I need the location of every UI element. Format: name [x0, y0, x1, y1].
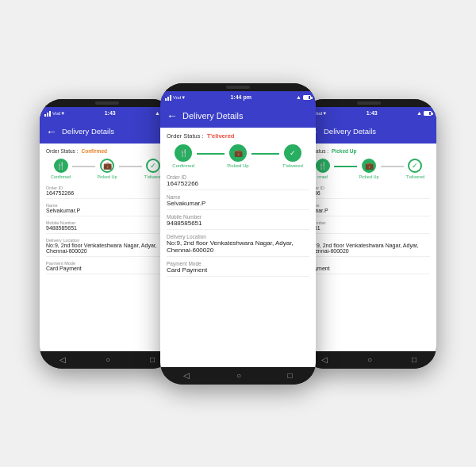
app-title-center: Delivery Details	[182, 111, 243, 121]
value-orderid-center: 164752266	[167, 180, 309, 187]
order-status-row-right: r Status : Picked Up	[308, 148, 430, 154]
scene: Vod▼ 1:43 ▲ ← Delivery Details Order Sta…	[0, 0, 476, 467]
nav-home-left[interactable]: ○	[106, 355, 110, 364]
nav-back-left[interactable]: ◁	[60, 355, 66, 364]
status-bar-right: Vod▼ 1:43 ▲	[301, 107, 436, 120]
fork-icon-right: 🍴	[318, 162, 327, 170]
network-left: Vod▼	[52, 111, 65, 116]
value-mobile-right: 5651	[308, 225, 430, 231]
app-header-right: ← Delivery Details	[301, 120, 436, 144]
speaker-left	[95, 101, 119, 105]
nav-recent-right[interactable]: □	[412, 355, 416, 364]
connector2-left	[119, 166, 142, 167]
label-orderid-center: Order ID	[167, 174, 309, 180]
app-title-right: Delivery Details	[324, 127, 376, 136]
wifi-icon-center: ▲	[296, 94, 301, 100]
check-icon-left: ✓	[150, 162, 156, 170]
field-mobile-center: Mobile Number 9488585651	[167, 214, 309, 230]
battery-fill-right	[424, 112, 429, 115]
step-icon-pickedup-center: 💼	[229, 144, 247, 162]
speaker-center	[226, 86, 250, 89]
field-payment-center: Payment Mode Card Payment	[167, 261, 309, 277]
field-payment-right: t Payment	[308, 261, 430, 274]
value-location-left: No:9, 2nd floor Venkateshwara Nagar, Ady…	[46, 243, 168, 254]
field-name-right: Name kumar.P	[308, 203, 430, 216]
status-left-icons-center: Vod▼	[165, 94, 186, 101]
value-orderid-left: 164752266	[46, 190, 168, 196]
step-label-confirmed-right: rmed	[317, 174, 328, 179]
wifi-icon-left: ▲	[155, 110, 160, 116]
label-payment-center: Payment Mode	[167, 261, 309, 266]
phone-inner-right: ← Delivery Details r Status : Picked Up …	[301, 120, 436, 351]
time-left: 1:43	[105, 110, 116, 116]
step-icon-delivered-left: ✓	[146, 159, 160, 173]
field-orderid-right: Order ID 2266	[308, 186, 430, 199]
nav-recent-left[interactable]: □	[150, 355, 155, 364]
check-icon-center: ✓	[290, 149, 296, 157]
step-icon-confirmed-left: 🍴	[54, 159, 68, 173]
field-location-center: Delivery Location No:9, 2nd floor Venkat…	[167, 234, 309, 257]
value-payment-center: Card Payment	[167, 266, 309, 274]
bag-icon-center: 💼	[234, 149, 243, 157]
step-delivered-right: ✓ T'elivered	[404, 159, 427, 179]
battery-fill-center	[304, 96, 309, 99]
bag-icon-left: 💼	[103, 162, 112, 170]
nav-recent-center[interactable]: □	[288, 371, 293, 380]
back-arrow-left[interactable]: ←	[46, 125, 57, 138]
value-name-left: Selvakumar.P	[46, 208, 168, 213]
step-pickedup-right: 💼 Picked Up	[357, 159, 380, 179]
connector1-center	[197, 153, 224, 155]
nav-back-center[interactable]: ◁	[183, 371, 190, 380]
speaker-right	[357, 101, 381, 105]
step-label-confirmed-center: Confirmed	[172, 163, 194, 168]
connector2-right	[381, 166, 404, 167]
value-payment-left: Card Payment	[46, 266, 168, 271]
status-left-icons: Vod▼	[44, 110, 65, 117]
wifi-icon-right: ▲	[416, 110, 422, 116]
back-arrow-center[interactable]: ←	[167, 109, 178, 122]
step-pickedup-left: 💼 Picked Up	[95, 159, 118, 179]
field-name-left: Name Selvakumar.P	[46, 203, 168, 216]
notch-left	[40, 99, 175, 107]
phone-right: Vod▼ 1:43 ▲ ← Delivery Details r Status …	[301, 99, 436, 369]
step-label-confirmed-left: Confirmed	[51, 174, 71, 179]
nav-home-center[interactable]: ○	[236, 371, 241, 380]
phone-inner-center: ← Delivery Details Order Status : T'eliv…	[160, 104, 316, 367]
step-pickedup-center: 💼 Picked Up	[225, 144, 251, 168]
order-status-label-center: Order Status :	[167, 132, 204, 140]
step-label-pickedup-center: Picked Up	[227, 163, 248, 168]
field-orderid-center: Order ID 164752266	[167, 174, 309, 190]
fork-icon-left: 🍴	[56, 162, 65, 170]
label-name-center: Name	[167, 194, 309, 200]
step-icon-delivered-right: ✓	[408, 159, 422, 173]
phone-nav-center: ◁ ○ □	[160, 367, 316, 385]
connector1-right	[334, 166, 357, 167]
step-label-delivered-center: T'elivered	[282, 163, 303, 168]
nav-home-right[interactable]: ○	[367, 355, 372, 364]
battery-center	[303, 95, 311, 100]
right-icons-center: ▲	[296, 94, 311, 100]
order-status-value-right: Picked Up	[332, 148, 356, 154]
step-icon-pickedup-right: 💼	[362, 159, 376, 173]
fork-icon-center: 🍴	[179, 149, 188, 157]
step-label-pickedup-left: Picked Up	[97, 174, 117, 179]
step-delivered-center: ✓ T'elivered	[279, 144, 306, 168]
notch-center	[160, 83, 316, 91]
network-right: Vod▼	[314, 111, 327, 116]
field-mobile-right: r Number 5651	[308, 220, 430, 234]
label-mobile-center: Mobile Number	[167, 214, 309, 220]
app-title-left: Delivery Details	[62, 127, 114, 136]
step-label-pickedup-right: Picked Up	[359, 174, 378, 179]
phone-left: Vod▼ 1:43 ▲ ← Delivery Details Order Sta…	[40, 99, 175, 369]
bag-icon-right: 💼	[365, 162, 374, 170]
field-location-right: n No:9, 2nd floor Venkateshwara Nagar, A…	[308, 238, 430, 257]
value-name-right: kumar.P	[308, 208, 430, 213]
app-header-center: ← Delivery Details	[160, 104, 316, 128]
step-icon-pickedup-left: 💼	[100, 159, 114, 173]
steps-center: 🍴 Confirmed 💼 Picked Up ✓	[167, 144, 309, 168]
time-center: 1:44 pm	[230, 94, 251, 100]
nav-back-right[interactable]: ◁	[321, 355, 328, 364]
app-header-left: ← Delivery Details	[40, 120, 175, 144]
step-label-delivered-right: T'elivered	[406, 174, 425, 179]
field-name-center: Name Selvakumar.P	[167, 194, 309, 210]
